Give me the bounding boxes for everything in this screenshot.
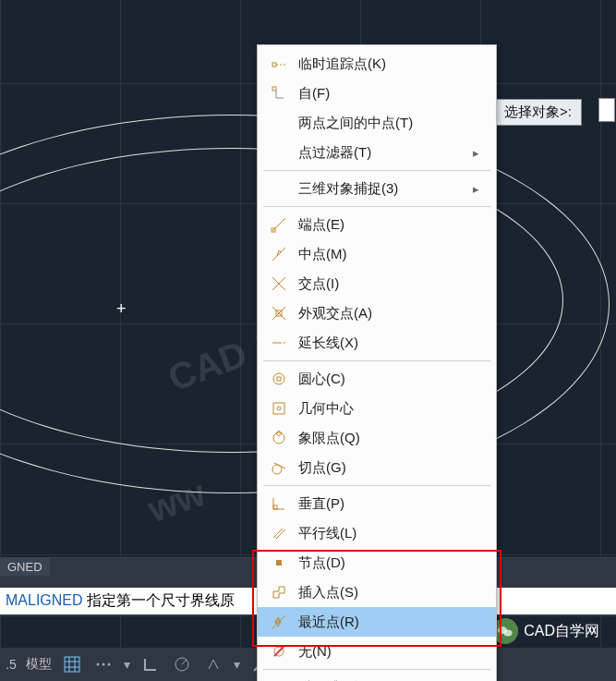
grid-toggle-icon[interactable] <box>61 653 83 675</box>
menu-item-label: 三维对象捕捉(3) <box>298 180 473 198</box>
ext-icon <box>267 334 291 351</box>
svg-point-32 <box>96 663 99 666</box>
nod-icon <box>267 554 291 571</box>
command-tab: GNED <box>0 558 50 576</box>
menu-item-center[interactable]: 圆心(C) <box>258 364 496 394</box>
iso-toggle-icon[interactable] <box>202 653 224 675</box>
command-name: MALIGNED <box>6 592 87 608</box>
menu-item-node[interactable]: 节点(D) <box>258 548 496 578</box>
cen-icon <box>267 371 291 387</box>
menu-item-label: 平行线(L) <box>298 525 479 542</box>
track-icon <box>267 55 291 72</box>
menu-item-label: 外观交点(A) <box>298 305 479 322</box>
menu-item-label: 最近点(R) <box>298 614 479 631</box>
menu-item-endpoint[interactable]: 端点(E) <box>258 210 496 239</box>
svg-line-24 <box>272 615 285 628</box>
svg-point-33 <box>102 663 104 666</box>
svg-point-13 <box>273 373 284 384</box>
menu-item-label: 点过滤器(T) <box>298 144 473 162</box>
svg-point-16 <box>277 407 281 410</box>
menu-item-label: 象限点(Q) <box>298 430 479 447</box>
menu-item-label: 无(N) <box>298 643 479 661</box>
svg-rect-15 <box>273 403 284 414</box>
par-icon <box>267 525 291 541</box>
svg-rect-14 <box>277 377 281 381</box>
menu-item-from[interactable]: 自(F) <box>258 79 496 108</box>
svg-line-3 <box>272 218 285 231</box>
menu-item-quadrant[interactable]: 象限点(Q) <box>258 423 496 453</box>
submenu-arrow-icon: ▸ <box>473 146 479 160</box>
crosshair-cursor: + <box>116 300 127 317</box>
appint-icon <box>267 305 291 322</box>
svg-rect-23 <box>276 560 282 565</box>
menu-item-label: 插入点(S) <box>298 584 479 602</box>
menu-item-label: 垂直(P) <box>298 495 479 513</box>
menu-item-label: 切点(G) <box>298 459 479 477</box>
menu-separator <box>263 206 490 207</box>
menu-item-3d-osnap[interactable]: 三维对象捕捉(3)▸ <box>258 174 496 203</box>
menu-item-temp-track[interactable]: 临时追踪点(K) <box>258 49 496 79</box>
menu-item-intersect[interactable]: 交点(I) <box>258 269 496 298</box>
menu-item-parallel[interactable]: 平行线(L) <box>258 518 496 548</box>
svg-rect-0 <box>272 63 276 67</box>
menu-item-label: 自(F) <box>298 85 479 103</box>
osnap-context-menu: 临时追踪点(K)自(F)两点之间的中点(T)点过滤器(T)▸三维对象捕捉(3)▸… <box>257 44 497 681</box>
ortho-toggle-icon[interactable] <box>139 653 162 675</box>
polar-toggle-icon[interactable] <box>171 653 193 675</box>
svg-line-36 <box>182 660 187 664</box>
menu-item-label: 两点之间的中点(T) <box>298 115 479 132</box>
menu-separator <box>263 170 490 171</box>
nea-icon <box>267 614 291 630</box>
menu-separator <box>263 669 490 670</box>
menu-item-point-filter[interactable]: 点过滤器(T)▸ <box>258 138 496 167</box>
int-icon <box>267 275 291 292</box>
end-icon <box>267 216 291 233</box>
status-model[interactable]: 模型 <box>26 656 52 673</box>
svg-rect-20 <box>273 505 277 509</box>
menu-separator <box>263 360 490 361</box>
menu-item-perp[interactable]: 垂直(P) <box>258 489 496 518</box>
snap-toggle-icon[interactable] <box>92 653 115 675</box>
dynamic-prompt: 选择对象>: <box>494 99 582 126</box>
tan-icon <box>267 459 291 476</box>
ins-icon <box>267 584 291 601</box>
submenu-arrow-icon: ▸ <box>473 182 479 196</box>
geo-icon <box>267 400 291 417</box>
menu-item-label: 交点(I) <box>298 275 479 293</box>
menu-item-label: 延长线(X) <box>298 334 479 352</box>
svg-line-19 <box>274 463 285 468</box>
menu-item-label: 圆心(C) <box>298 371 479 388</box>
menu-item-label: 临时追踪点(K) <box>298 55 479 73</box>
dynamic-input[interactable] <box>598 98 615 122</box>
svg-point-34 <box>107 663 110 666</box>
menu-item-insert[interactable]: 插入点(S) <box>258 578 496 607</box>
per-icon <box>267 495 291 512</box>
svg-point-17 <box>273 432 284 444</box>
qua-icon <box>267 430 291 446</box>
menu-item-label: 几何中心 <box>298 400 479 418</box>
menu-item-geocenter[interactable]: 几何中心 <box>258 394 496 423</box>
menu-item-osnap-settings[interactable]: 对象捕捉设置(O)... <box>258 673 496 681</box>
footer-brand: CAD自学网 <box>492 618 599 644</box>
svg-point-41 <box>504 630 513 637</box>
menu-item-appint[interactable]: 外观交点(A) <box>258 298 496 328</box>
non-icon <box>267 643 291 660</box>
menu-separator <box>263 485 490 486</box>
menu-item-extension[interactable]: 延长线(X) <box>258 328 496 358</box>
from-icon <box>267 85 291 102</box>
svg-rect-27 <box>65 657 79 672</box>
menu-item-nearest[interactable]: 最近点(R) <box>258 607 496 637</box>
footer-brand-text: CAD自学网 <box>524 622 599 641</box>
menu-item-label: 中点(M) <box>298 246 479 263</box>
mid-icon <box>267 246 291 262</box>
status-coord: .5 <box>6 657 17 672</box>
menu-item-label: 端点(E) <box>298 216 479 234</box>
menu-item-mid-two[interactable]: 两点之间的中点(T) <box>258 108 496 138</box>
command-prompt-text: 指定第一个尺寸界线原 <box>87 592 235 608</box>
menu-item-midpoint[interactable]: 中点(M) <box>258 239 496 269</box>
menu-item-none[interactable]: 无(N) <box>258 637 496 666</box>
menu-item-label: 节点(D) <box>298 554 479 572</box>
menu-item-tangent[interactable]: 切点(G) <box>258 453 496 482</box>
svg-rect-2 <box>272 87 276 91</box>
